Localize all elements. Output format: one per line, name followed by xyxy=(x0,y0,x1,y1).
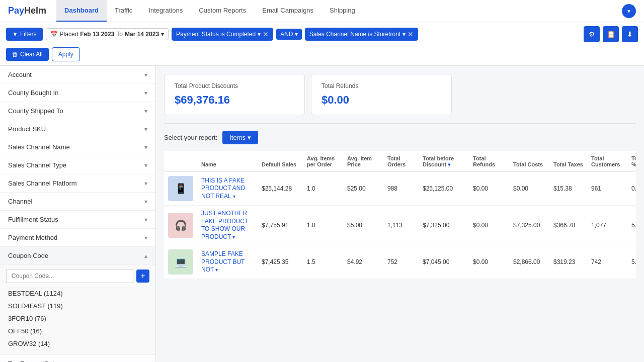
top-nav: PayHelm Dashboard Traffic Integrations C… xyxy=(0,0,644,22)
sidebar-item-county-bought-in[interactable]: County Bought In ▾ xyxy=(0,84,155,102)
cell-image-2: 💻 xyxy=(164,245,197,279)
chevron-icon: ▾ xyxy=(144,126,147,133)
col-total-sales-pct[interactable]: Total Sales % xyxy=(627,151,636,172)
sidebar-item-product-sku[interactable]: Product SKU ▾ xyxy=(0,120,155,138)
chevron-icon: ▾ xyxy=(144,198,147,205)
channel-filter-label: Sales Channel Name is Storefront xyxy=(309,31,400,38)
nav-tab-integrations[interactable]: Integrations xyxy=(140,0,191,22)
chevron-icon: ▾ xyxy=(144,89,147,97)
cell-default-sales-1: $7,755.91 xyxy=(258,206,303,245)
cell-costs-0: $0.00 xyxy=(509,172,549,206)
col-total-customers[interactable]: Total Customers xyxy=(587,151,627,172)
col-avg-items[interactable]: Avg. Items per Order xyxy=(303,151,343,172)
chevron-down-icon: ▾ xyxy=(161,31,164,38)
nav-tab-custom-reports[interactable]: Custom Reports xyxy=(191,0,254,22)
user-menu[interactable]: ▾ xyxy=(622,4,636,18)
coupon-item-3for10[interactable]: 3FOR10 (76) xyxy=(6,312,149,325)
metric-cards: Total Product Discounts $69,376.16 Total… xyxy=(164,74,636,115)
settings-icon-btn[interactable]: ⚙ xyxy=(584,26,600,42)
cell-sales-pct-1: 5.57% xyxy=(627,206,636,245)
product-link-1[interactable]: JUST ANOTHER FAKE PRODUCT TO SHOW OUR PR… xyxy=(201,210,248,240)
nav-tabs: Dashboard Traffic Integrations Custom Re… xyxy=(56,0,363,22)
sidebar-item-payment-method[interactable]: Payment Method ▾ xyxy=(0,229,155,247)
table-row: 📱 THIS IS A FAKE PRODUCT AND NOT REAL ▾ … xyxy=(164,172,636,206)
col-total-taxes[interactable]: Total Taxes xyxy=(549,151,587,172)
coupon-item-off50[interactable]: OFF50 (16) xyxy=(6,325,149,337)
col-avg-price[interactable]: Avg. Item Price xyxy=(343,151,383,172)
payment-filter-delete[interactable]: ✕ xyxy=(263,30,269,38)
trash-icon: 🗑 xyxy=(12,51,18,58)
items-report-button[interactable]: Items ▾ xyxy=(222,131,258,144)
cell-costs-2: $2,866.00 xyxy=(509,245,549,279)
chevron-icon: ▾ xyxy=(144,144,147,151)
cell-refunds-2: $0.00 xyxy=(469,245,509,279)
cell-sales-pct-2: 5.29% xyxy=(627,245,636,279)
filters-button[interactable]: ▼ Filters xyxy=(6,28,43,41)
cell-avg-price-1: $5.00 xyxy=(343,206,383,245)
cell-total-orders-2: 752 xyxy=(383,245,419,279)
export-icon-btn[interactable]: 📋 xyxy=(603,26,619,42)
cell-costs-1: $7,325.00 xyxy=(509,206,549,245)
coupon-item-grow32[interactable]: GROW32 (14) xyxy=(6,337,149,350)
col-total-refunds[interactable]: Total Refunds xyxy=(469,151,509,172)
nav-tab-dashboard[interactable]: Dashboard xyxy=(56,0,107,22)
sidebar-item-sales-channel-type[interactable]: Sales Channel Type ▾ xyxy=(0,156,155,174)
coupon-code-input[interactable] xyxy=(6,269,133,283)
metric-card-refunds: Total Refunds $0.00 xyxy=(311,74,452,115)
nav-tab-shipping[interactable]: Shipping xyxy=(321,0,363,22)
sidebar-item-fulfillment-status[interactable]: Fulfillment Status ▾ xyxy=(0,211,155,229)
channel-filter-pill[interactable]: Sales Channel Name is Storefront ▾ ✕ xyxy=(305,28,418,41)
logo-text: PayHelm xyxy=(8,6,46,16)
sidebar-item-coupon-code[interactable]: Coupon Code ▴ xyxy=(0,247,155,265)
chevron-down-icon-channel: ▾ xyxy=(403,31,406,38)
cell-before-discount-2: $7,045.00 xyxy=(419,245,469,279)
product-image-0: 📱 xyxy=(168,176,193,201)
report-select-label: Select your report: xyxy=(164,134,217,141)
metric-discounts-label: Total Product Discounts xyxy=(175,82,294,89)
cell-name-0: THIS IS A FAKE PRODUCT AND NOT REAL ▾ xyxy=(197,172,258,206)
chevron-icon: ▾ xyxy=(144,234,147,241)
sidebar: Account ▾ County Bought In ▾ County Ship… xyxy=(0,66,156,361)
cell-customers-2: 742 xyxy=(587,245,627,279)
chevron-icon: ▾ xyxy=(144,108,147,115)
col-total-costs[interactable]: Total Costs xyxy=(509,151,549,172)
chevron-down-icon: ▾ xyxy=(248,134,251,141)
cell-before-discount-1: $7,325.00 xyxy=(419,206,469,245)
main-layout: Account ▾ County Bought In ▾ County Ship… xyxy=(0,66,644,361)
cell-taxes-0: $15.38 xyxy=(549,172,587,206)
and-connector[interactable]: AND ▾ xyxy=(276,29,302,40)
chevron-icon: ▾ xyxy=(144,162,147,169)
product-image-1: 🎧 xyxy=(168,213,193,238)
sidebar-item-sales-channel-platform[interactable]: Sales Channel Platform ▾ xyxy=(0,174,155,193)
cell-default-sales-2: $7,425.35 xyxy=(258,245,303,279)
sidebar-item-tax-exempt[interactable]: Tax Exempt Category ▾ xyxy=(0,354,155,361)
apply-button[interactable]: Apply xyxy=(52,47,80,61)
col-total-orders[interactable]: Total Orders xyxy=(383,151,419,172)
cell-avg-price-2: $4.92 xyxy=(343,245,383,279)
clear-all-button[interactable]: 🗑 Clear All xyxy=(6,48,49,61)
col-default-sales[interactable]: Default Sales xyxy=(258,151,303,172)
cell-avg-items-1: 1.0 xyxy=(303,206,343,245)
sidebar-item-channel[interactable]: Channel ▾ xyxy=(0,193,155,211)
sidebar-item-sales-channel-name[interactable]: Sales Channel Name ▾ xyxy=(0,138,155,156)
nav-tab-traffic[interactable]: Traffic xyxy=(107,0,140,22)
col-total-before-discount[interactable]: Total before Discount ▾ xyxy=(419,151,469,172)
payment-filter-label: Payment Status is Completed xyxy=(176,31,256,38)
product-link-0[interactable]: THIS IS A FAKE PRODUCT AND NOT REAL ▾ xyxy=(201,177,245,200)
product-link-2[interactable]: SAMPLE FAKE PRODUCT BUT NOT ▾ xyxy=(201,250,245,273)
table-container: Name Default Sales Avg. Items per Order … xyxy=(164,151,636,279)
coupon-item-bestdeal[interactable]: BESTDEAL (1124) xyxy=(6,287,149,300)
download-icon-btn[interactable]: ⬇ xyxy=(622,26,638,42)
payment-status-pill[interactable]: Payment Status is Completed ▾ ✕ xyxy=(172,28,273,41)
coupon-item-sold4fast[interactable]: SOLD4FAST (119) xyxy=(6,300,149,312)
col-name[interactable]: Name xyxy=(197,151,258,172)
placed-label: Placed xyxy=(60,31,78,38)
sidebar-item-county-shipped-to[interactable]: County Shipped To ▾ xyxy=(0,102,155,120)
channel-filter-delete[interactable]: ✕ xyxy=(408,30,414,38)
sidebar-item-account[interactable]: Account ▾ xyxy=(0,66,155,84)
date-to: Mar 14 2023 xyxy=(125,31,159,38)
coupon-add-button[interactable]: + xyxy=(136,269,149,283)
placed-pill[interactable]: 📅 Placed Feb 13 2023 To Mar 14 2023 ▾ xyxy=(46,28,169,40)
nav-tab-email-campaigns[interactable]: Email Campaigns xyxy=(254,0,321,22)
cell-taxes-1: $366.78 xyxy=(549,206,587,245)
